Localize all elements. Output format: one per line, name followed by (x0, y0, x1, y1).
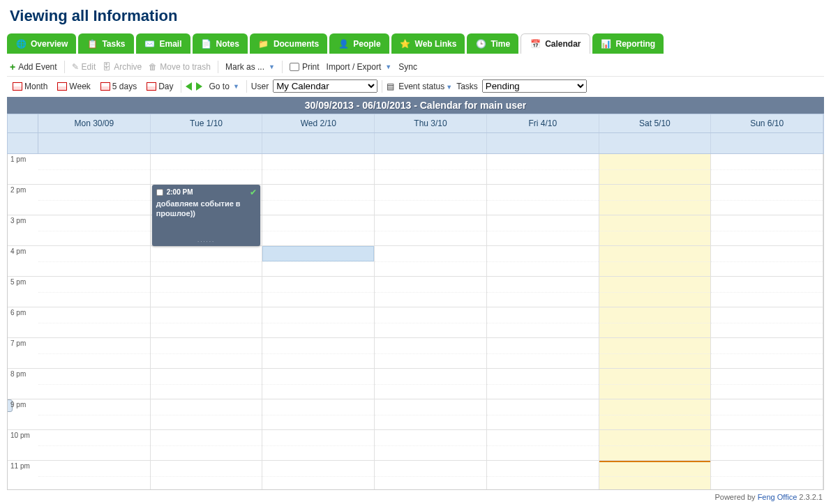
hour-cell[interactable] (262, 185, 374, 215)
hour-cell[interactable] (711, 246, 823, 277)
hour-cell[interactable] (262, 215, 374, 246)
hour-cell[interactable] (151, 430, 262, 461)
tab-weblinks[interactable]: ⭐Web Links (391, 33, 465, 54)
checkbox-icon[interactable] (156, 189, 163, 196)
move-trash-button[interactable]: 🗑Move to trash (149, 62, 211, 72)
hour-cell[interactable] (151, 154, 262, 185)
hour-cell[interactable] (151, 246, 262, 277)
day-column[interactable] (375, 154, 487, 490)
next-week-button[interactable] (196, 82, 202, 91)
day-column[interactable] (38, 154, 151, 490)
hour-cell[interactable] (487, 338, 599, 369)
tab-tasks[interactable]: 📋Tasks (78, 33, 133, 54)
hour-cell[interactable] (599, 154, 711, 185)
hour-cell[interactable] (375, 215, 486, 246)
hour-cell[interactable] (375, 246, 486, 277)
selected-slot[interactable] (262, 246, 374, 261)
hour-cell[interactable] (151, 461, 262, 490)
hour-cell[interactable] (711, 369, 823, 399)
allday-cell[interactable] (151, 133, 263, 153)
hour-cell[interactable] (487, 154, 599, 185)
sync-button[interactable]: Sync (398, 62, 417, 72)
allday-cell[interactable] (38, 133, 151, 153)
hour-cell[interactable] (151, 369, 262, 399)
hour-cell[interactable] (375, 185, 486, 215)
import-export-dropdown[interactable]: Import / Export▼ (327, 62, 392, 72)
hour-cell[interactable] (375, 430, 486, 461)
edit-button[interactable]: ✎Edit (72, 62, 96, 72)
mark-as-dropdown[interactable]: Mark as ...▼ (225, 62, 275, 72)
hour-cell[interactable] (599, 338, 711, 369)
tab-reporting[interactable]: 📊Reporting (592, 33, 664, 54)
hour-cell[interactable] (711, 185, 823, 215)
hour-cell[interactable] (599, 307, 711, 338)
calendar-event[interactable]: 2:00 PM✔добавляем событие в прошлое))···… (152, 185, 261, 246)
hour-cell[interactable] (151, 399, 262, 430)
archive-button[interactable]: 🗄Archive (103, 62, 142, 72)
resize-handle[interactable]: ······ (152, 238, 261, 245)
hour-cell[interactable] (38, 215, 150, 246)
hour-cell[interactable] (487, 430, 599, 461)
hour-cell[interactable] (262, 399, 374, 430)
hour-cell[interactable] (38, 185, 150, 215)
hour-cell[interactable] (151, 277, 262, 307)
goto-dropdown[interactable]: Go to▼ (207, 80, 242, 93)
day-head-fri[interactable]: Fri 4/10 (487, 114, 599, 132)
day-view-button[interactable]: Day (144, 80, 176, 93)
hour-cell[interactable] (38, 399, 150, 430)
allday-cell[interactable] (262, 133, 375, 153)
add-event-button[interactable]: +Add Event (10, 61, 57, 72)
hour-cell[interactable] (711, 277, 823, 307)
hour-cell[interactable] (375, 461, 486, 490)
hour-cell[interactable] (711, 399, 823, 430)
event-status-dropdown[interactable]: Event status▼ (398, 82, 452, 91)
hour-cell[interactable] (599, 369, 711, 399)
hour-cell[interactable] (262, 307, 374, 338)
hour-cell[interactable] (599, 399, 711, 430)
tab-email[interactable]: ✉️Email (136, 33, 190, 54)
print-button[interactable]: Print (290, 62, 320, 72)
hour-cell[interactable] (38, 307, 150, 338)
day-head-mon[interactable]: Mon 30/09 (38, 114, 151, 132)
hour-cell[interactable] (151, 338, 262, 369)
hour-cell[interactable] (38, 246, 150, 277)
hour-cell[interactable] (711, 338, 823, 369)
hour-cell[interactable] (38, 338, 150, 369)
prev-week-button[interactable] (186, 82, 192, 91)
hour-cell[interactable] (487, 307, 599, 338)
user-select[interactable]: My Calendar (273, 79, 377, 93)
tab-notes[interactable]: 📄Notes (193, 33, 248, 54)
hour-cell[interactable] (599, 277, 711, 307)
hour-cell[interactable] (711, 307, 823, 338)
day-column[interactable] (711, 154, 823, 490)
hour-cell[interactable] (599, 246, 711, 277)
hour-cell[interactable] (262, 461, 374, 490)
tab-documents[interactable]: 📁Documents (250, 33, 327, 54)
tab-overview[interactable]: 🌐Overview (7, 33, 76, 54)
hour-cell[interactable] (38, 430, 150, 461)
allday-cell[interactable] (599, 133, 712, 153)
allday-cell[interactable] (375, 133, 487, 153)
hour-cell[interactable] (711, 215, 823, 246)
month-view-button[interactable]: Month (10, 80, 50, 93)
hour-cell[interactable] (599, 430, 711, 461)
day-column[interactable] (262, 154, 375, 490)
day-head-sat[interactable]: Sat 5/10 (599, 114, 712, 132)
allday-cell[interactable] (711, 133, 823, 153)
hour-cell[interactable] (375, 307, 486, 338)
hour-cell[interactable] (487, 185, 599, 215)
tab-people[interactable]: 👤People (329, 33, 389, 54)
hour-cell[interactable] (487, 277, 599, 307)
hour-cell[interactable] (375, 154, 486, 185)
hour-cell[interactable] (487, 246, 599, 277)
day-head-thu[interactable]: Thu 3/10 (375, 114, 487, 132)
day-column[interactable] (487, 154, 599, 490)
tab-time[interactable]: 🕒Time (467, 33, 518, 54)
hour-cell[interactable] (711, 430, 823, 461)
five-days-view-button[interactable]: 5 days (98, 80, 140, 93)
hour-cell[interactable] (38, 277, 150, 307)
hour-cell[interactable] (151, 307, 262, 338)
hour-cell[interactable] (375, 369, 486, 399)
hour-cell[interactable] (375, 399, 486, 430)
hour-cell[interactable] (487, 399, 599, 430)
